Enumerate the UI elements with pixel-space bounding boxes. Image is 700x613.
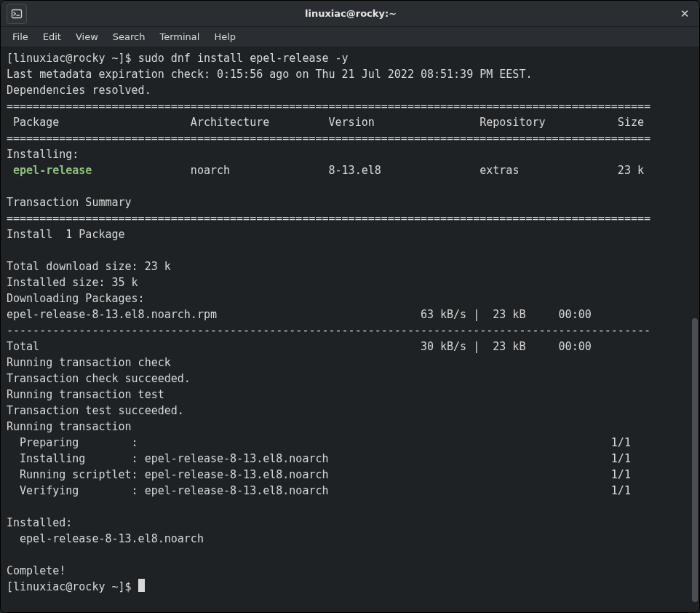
output-line: Running transaction check xyxy=(7,356,171,369)
output-line: Transaction check succeeded. xyxy=(7,372,191,385)
section-header: Installing: xyxy=(7,148,79,161)
output-line: Transaction test succeeded. xyxy=(7,404,184,417)
output-line: Total 30 kB/s | 23 kB 00:00 xyxy=(7,340,624,353)
window-title: linuxiac@rocky:~ xyxy=(27,8,675,19)
table-header: Package Architecture Version Repository … xyxy=(7,116,644,129)
package-row-rest: noarch 8-13.el8 extras 23 k xyxy=(92,164,644,177)
menu-view[interactable]: View xyxy=(68,28,106,45)
section-header: Installed: xyxy=(7,516,72,529)
terminal-window: linuxiac@rocky:~ ✕ File Edit View Search… xyxy=(0,0,700,613)
separator-line: ========================================… xyxy=(7,212,651,225)
package-name: epel-release xyxy=(7,164,92,177)
section-header: Transaction Summary xyxy=(7,196,132,209)
cursor xyxy=(138,579,145,592)
terminal-output: [linuxiac@rocky ~]$ sudo dnf install epe… xyxy=(7,50,693,595)
separator-line: ========================================… xyxy=(7,132,651,145)
output-line: Running transaction xyxy=(7,420,132,433)
menu-file[interactable]: File xyxy=(5,28,36,45)
separator-line: ----------------------------------------… xyxy=(7,324,651,337)
prompt: [linuxiac@rocky ~]$ xyxy=(7,52,138,65)
output-line: Verifying : epel-release-8-13.el8.noarch… xyxy=(7,484,637,497)
close-icon: ✕ xyxy=(680,7,690,20)
prompt: [linuxiac@rocky ~]$ xyxy=(7,580,138,593)
new-tab-button[interactable] xyxy=(7,4,27,24)
terminal-area[interactable]: [linuxiac@rocky ~]$ sudo dnf install epe… xyxy=(1,47,699,612)
output-line: Running scriptlet: epel-release-8-13.el8… xyxy=(7,468,637,481)
menu-help[interactable]: Help xyxy=(207,28,243,45)
svg-rect-0 xyxy=(12,9,22,17)
menu-edit[interactable]: Edit xyxy=(36,28,68,45)
menubar: File Edit View Search Terminal Help xyxy=(1,27,699,47)
menu-search[interactable]: Search xyxy=(106,28,153,45)
output-line: Preparing : 1/1 xyxy=(7,436,637,449)
output-line: epel-release-8-13.el8.noarch xyxy=(7,532,651,545)
output-line: epel-release-8-13.el8.noarch.rpm 63 kB/s… xyxy=(7,308,618,321)
scrollbar-thumb[interactable] xyxy=(692,318,698,602)
output-line: Last metadata expiration check: 0:15:56 … xyxy=(7,68,532,81)
output-line: Downloading Packages: xyxy=(7,292,145,305)
output-line: Installed size: 35 k xyxy=(7,276,138,289)
separator-line: ========================================… xyxy=(7,100,651,113)
menu-terminal[interactable]: Terminal xyxy=(152,28,207,45)
output-line: Dependencies resolved. xyxy=(7,84,151,97)
output-line: Complete! xyxy=(7,564,65,577)
close-button[interactable]: ✕ xyxy=(675,4,695,24)
output-line: Installing : epel-release-8-13.el8.noarc… xyxy=(7,452,637,465)
terminal-icon xyxy=(11,8,23,20)
output-line: Running transaction test xyxy=(7,388,164,401)
output-line: Install 1 Package xyxy=(7,228,125,241)
output-line: Total download size: 23 k xyxy=(7,260,171,273)
titlebar[interactable]: linuxiac@rocky:~ ✕ xyxy=(1,1,699,27)
command-text: sudo dnf install epel-release -y xyxy=(138,52,349,65)
